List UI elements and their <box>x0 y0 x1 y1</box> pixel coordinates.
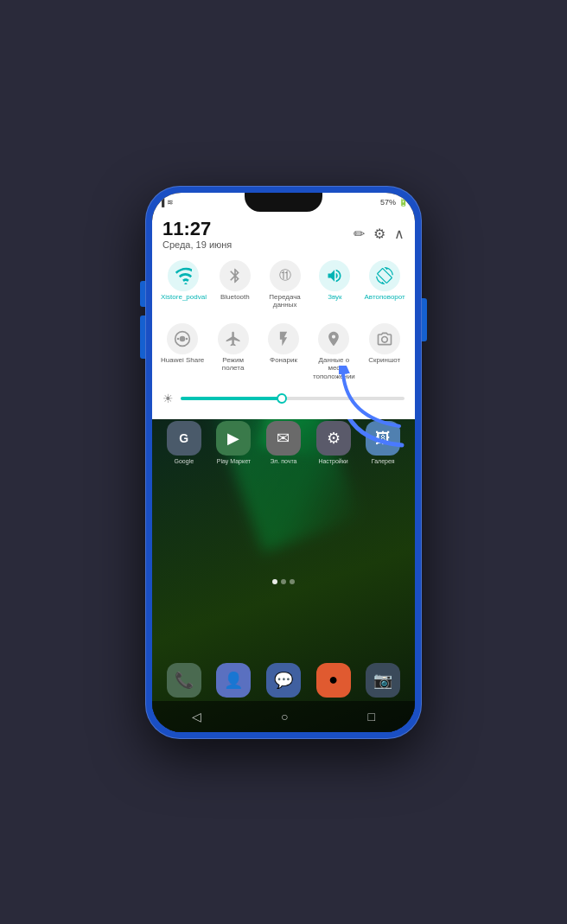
app-label-settings: Настройки <box>318 458 347 465</box>
tile-wifi-label: Xistore_podval <box>161 293 207 302</box>
dock: 📞 👤 💬 ● 📷 <box>161 663 406 698</box>
dock-icon-chrome: ● <box>316 663 351 698</box>
time-date-block: 11:27 Среда, 19 июня <box>162 219 232 250</box>
status-left: ▐ ≋ <box>159 198 174 207</box>
svg-point-4 <box>186 338 188 341</box>
tile-autorotate-label: Автоповорот <box>365 293 405 302</box>
dot-2 <box>281 579 286 584</box>
settings-icon[interactable]: ⚙ <box>373 226 385 242</box>
app-row-2: G Google ▶ Play Маркет ✉ Эл. почта ⚙ <box>161 421 406 465</box>
dock-icon-phone: 📞 <box>167 663 201 698</box>
quick-tiles-row2: Huawei Share Режим полета <box>152 316 415 388</box>
app-playmarket[interactable]: ▶ Play Маркет <box>211 421 258 465</box>
quick-panel: 11:27 Среда, 19 июня ✏ ⚙ ∧ <box>152 212 415 419</box>
brightness-fill <box>181 397 282 400</box>
app-icon-gallery: 🖼 <box>366 421 400 456</box>
status-battery-text: 57% <box>380 198 396 207</box>
panel-header: 11:27 Среда, 19 июня ✏ ⚙ ∧ <box>152 212 415 253</box>
volume-down-button[interactable] <box>140 315 145 359</box>
tile-huaweishare-label: Huawei Share <box>161 356 204 365</box>
tile-screenshot-icon <box>369 323 400 354</box>
dot-3 <box>290 579 295 584</box>
tile-screenshot[interactable]: Скриншот <box>361 320 408 385</box>
panel-date: Среда, 19 июня <box>162 239 232 250</box>
dock-phone[interactable]: 📞 <box>161 663 207 698</box>
dock-contacts[interactable]: 👤 <box>211 663 258 698</box>
phone-frame: ▐ ≋ 57% 🔋 G Поиск... <box>145 186 422 739</box>
app-label-google: Google <box>175 458 194 465</box>
tile-location-icon <box>318 323 349 354</box>
nav-recent[interactable]: □ <box>358 706 385 727</box>
tile-bluetooth-label: Bluetooth <box>220 293 250 302</box>
tile-autorotate[interactable]: Автоповорот <box>361 257 408 313</box>
tile-huaweishare[interactable]: Huawei Share <box>159 320 206 385</box>
panel-controls: ✏ ⚙ ∧ <box>354 226 405 242</box>
tile-datatransfer[interactable]: ⑪ Передача данных <box>262 257 309 313</box>
status-signal: ▐ <box>159 198 164 207</box>
svg-point-2 <box>180 336 186 342</box>
tile-screenshot-label: Скриншот <box>368 356 400 365</box>
dock-icon-contacts: 👤 <box>216 663 251 698</box>
tile-flashlight[interactable]: Фонарик <box>260 320 307 385</box>
edit-icon[interactable]: ✏ <box>354 226 365 242</box>
brightness-thumb <box>277 393 287 404</box>
nav-back[interactable]: ◁ <box>182 706 212 727</box>
app-gallery[interactable]: 🖼 Галерея <box>360 421 406 465</box>
dock-icon-camera: 📷 <box>366 663 400 698</box>
app-icon-playmarket: ▶ <box>216 421 251 456</box>
tile-bluetooth[interactable]: Bluetooth <box>212 257 258 313</box>
status-battery-icon: 🔋 <box>398 198 408 207</box>
tile-wifi-icon <box>168 260 199 291</box>
tile-autorotate-icon <box>369 260 400 291</box>
tile-airplane[interactable]: Режим полета <box>209 320 256 385</box>
app-label-gallery: Галерея <box>372 458 395 465</box>
power-button[interactable] <box>422 298 427 341</box>
dock-icon-messages: 💬 <box>266 663 301 698</box>
tile-bluetooth-icon <box>220 260 251 291</box>
app-settings[interactable]: ⚙ Настройки <box>310 421 357 465</box>
phone-screen: ▐ ≋ 57% 🔋 G Поиск... <box>152 193 415 732</box>
page-dots <box>152 579 415 584</box>
phone-inner: ▐ ≋ 57% 🔋 G Поиск... <box>152 193 415 732</box>
tile-location-label: Данные о мес тоположении <box>312 356 355 381</box>
nav-bar: ◁ ○ □ <box>152 701 415 732</box>
quick-tiles-row1: Xistore_podval Bluetooth <box>152 253 415 316</box>
tile-flashlight-label: Фонарик <box>270 356 297 365</box>
nav-home[interactable]: ○ <box>271 706 298 727</box>
brightness-icon: ☀ <box>162 392 174 405</box>
collapse-icon[interactable]: ∧ <box>394 226 405 242</box>
dock-camera[interactable]: 📷 <box>360 663 406 698</box>
tile-sound[interactable]: Звук <box>311 257 358 313</box>
notch <box>245 193 322 212</box>
tile-airplane-label: Режим полета <box>211 356 254 373</box>
app-icon-settings: ⚙ <box>316 421 351 456</box>
brightness-bar[interactable] <box>181 397 405 400</box>
status-right: 57% 🔋 <box>380 198 408 207</box>
tile-flashlight-icon <box>268 323 299 354</box>
brightness-row: ☀ <box>152 388 415 409</box>
app-icon-google: G <box>167 421 201 456</box>
app-label-playmarket: Play Маркет <box>217 458 251 465</box>
app-icon-email: ✉ <box>266 421 301 456</box>
dock-chrome[interactable]: ● <box>310 663 357 698</box>
svg-point-3 <box>177 338 180 341</box>
tile-datatransfer-label: Передача данных <box>264 293 307 309</box>
tile-airplane-icon <box>218 323 249 354</box>
status-wifi: ≋ <box>167 198 174 207</box>
tile-location[interactable]: Данные о мес тоположении <box>310 320 357 385</box>
tile-wifi[interactable]: Xistore_podval <box>159 257 208 313</box>
tile-datatransfer-icon: ⑪ <box>270 260 301 291</box>
tile-sound-label: Звук <box>328 293 341 302</box>
dot-1 <box>272 579 277 584</box>
tile-huaweishare-icon <box>167 323 198 354</box>
panel-time: 11:27 <box>162 219 232 239</box>
volume-up-button[interactable] <box>140 281 145 307</box>
app-label-email: Эл. почта <box>271 458 297 465</box>
app-google[interactable]: G Google <box>161 421 207 465</box>
dock-messages[interactable]: 💬 <box>260 663 307 698</box>
tile-sound-icon <box>319 260 350 291</box>
app-email[interactable]: ✉ Эл. почта <box>260 421 307 465</box>
